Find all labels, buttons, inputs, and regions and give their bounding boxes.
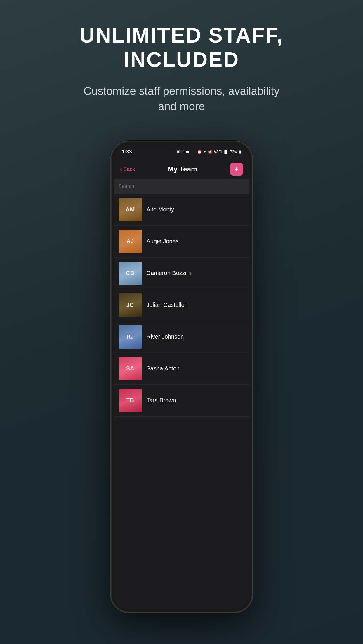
avatar: TB bbox=[119, 389, 142, 412]
hero-title: UNLIMITED STAFF, INCLUDED bbox=[79, 23, 284, 72]
search-input[interactable] bbox=[119, 183, 245, 189]
hero-section: UNLIMITED STAFF, INCLUDED Customize staf… bbox=[50, 0, 313, 132]
back-chevron-icon: ‹ bbox=[120, 166, 122, 173]
list-item[interactable]: AMAlto Monty bbox=[114, 194, 249, 226]
navigation-bar: ‹ Back My Team + bbox=[114, 160, 249, 179]
team-list: AMAlto MontyAJAugie JonesCBCameron Bozzi… bbox=[114, 194, 249, 609]
member-name: River Johnson bbox=[147, 333, 184, 340]
back-label: Back bbox=[123, 166, 135, 172]
avatar: JC bbox=[119, 293, 142, 317]
alarm-icon: ⏰ bbox=[197, 150, 202, 154]
avatar: SA bbox=[119, 357, 142, 380]
battery-level: 72% bbox=[230, 150, 237, 154]
member-name: Tara Brown bbox=[147, 397, 176, 404]
list-item[interactable]: TBTara Brown bbox=[114, 385, 249, 416]
mute-icon: 🔇 bbox=[208, 150, 213, 154]
member-name: Cameron Bozzini bbox=[147, 270, 191, 276]
hero-subtitle: Customize staff permissions, availabilit… bbox=[79, 83, 284, 114]
spotify-icon: ⏺ bbox=[186, 150, 190, 154]
search-bar bbox=[114, 179, 249, 194]
member-name: Julian Castellon bbox=[147, 302, 188, 308]
bluetooth-icon: ✦ bbox=[203, 150, 206, 154]
list-item[interactable]: JCJulian Castellon bbox=[114, 289, 249, 321]
list-item[interactable]: AJAugie Jones bbox=[114, 226, 249, 258]
page-title: My Team bbox=[168, 165, 197, 173]
phone-frame: 1:33 ⊞ 𝕋 ⏺ ⏰ ✦ 🔇 WiFi ▐▌ 72% ▮ bbox=[110, 141, 253, 613]
back-button[interactable]: ‹ Back bbox=[120, 166, 135, 173]
member-name: Augie Jones bbox=[147, 238, 179, 245]
list-item[interactable]: SASasha Anton bbox=[114, 353, 249, 385]
wifi-icon: WiFi bbox=[214, 150, 222, 154]
front-camera bbox=[180, 150, 183, 153]
avatar: RJ bbox=[119, 325, 142, 349]
avatar: AM bbox=[119, 198, 142, 221]
member-name: Sasha Anton bbox=[147, 365, 180, 372]
avatar: AJ bbox=[119, 230, 142, 253]
signal-icon: ▐▌ bbox=[223, 150, 228, 154]
list-item[interactable]: CBCameron Bozzini bbox=[114, 258, 249, 289]
phone-mockup: 1:33 ⊞ 𝕋 ⏺ ⏰ ✦ 🔇 WiFi ▐▌ 72% ▮ bbox=[110, 141, 253, 613]
add-member-button[interactable]: + bbox=[230, 163, 243, 176]
battery-icon: ▮ bbox=[239, 150, 241, 154]
gallery-icon: ⊞ bbox=[177, 150, 180, 154]
list-item[interactable]: RJRiver Johnson bbox=[114, 321, 249, 353]
phone-screen: 1:33 ⊞ 𝕋 ⏺ ⏰ ✦ 🔇 WiFi ▐▌ 72% ▮ bbox=[114, 144, 249, 609]
status-time: 1:33 bbox=[122, 149, 132, 155]
status-icons: ⊞ 𝕋 ⏺ ⏰ ✦ 🔇 WiFi ▐▌ 72% ▮ bbox=[177, 150, 241, 154]
member-name: Alto Monty bbox=[147, 206, 174, 213]
avatar: CB bbox=[119, 262, 142, 285]
plus-icon: + bbox=[234, 165, 239, 173]
